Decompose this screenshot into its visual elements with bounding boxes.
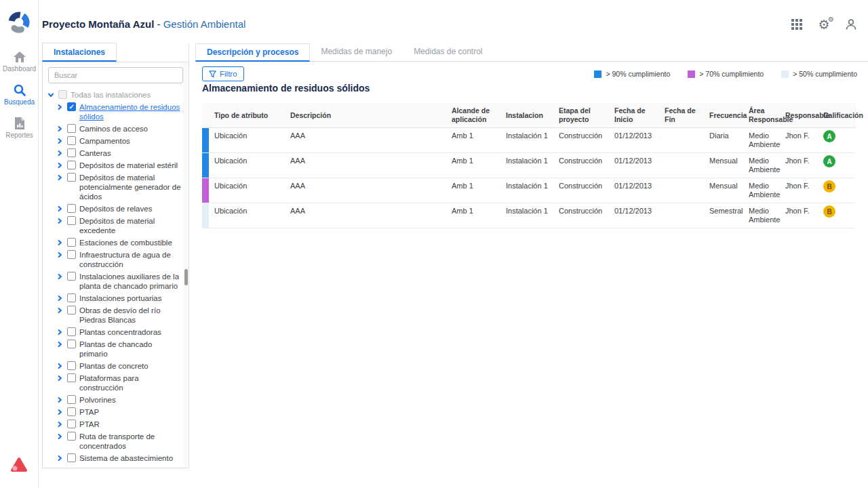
tree-item[interactable]: Depósitos de relaves bbox=[56, 203, 186, 215]
chevron-right-icon[interactable] bbox=[56, 148, 64, 158]
chevron-right-icon[interactable] bbox=[56, 420, 64, 429]
tree-item-label[interactable]: Instalaciones auxiliares de la planta de… bbox=[79, 272, 186, 291]
tree-item[interactable]: Depósitos de material estéril bbox=[56, 159, 186, 171]
chevron-right-icon[interactable] bbox=[56, 432, 64, 441]
tree-item[interactable]: Depósitos de material excedente bbox=[56, 215, 186, 237]
tree-item[interactable]: Plantas de concreto bbox=[56, 360, 186, 372]
tree-item-label[interactable]: Plantas concentradoras bbox=[79, 327, 165, 337]
tree-item-label[interactable]: Depósitos de relaves bbox=[79, 204, 156, 214]
checkbox[interactable] bbox=[67, 373, 76, 382]
tree-item[interactable]: Campamentos bbox=[56, 135, 186, 147]
chevron-right-icon[interactable] bbox=[56, 238, 64, 247]
chevron-right-icon[interactable] bbox=[56, 453, 64, 463]
tree-item-label[interactable]: PTAP bbox=[79, 407, 103, 417]
tree-item[interactable]: PTAR bbox=[56, 418, 186, 430]
tree-item-label[interactable]: Plantas de concreto bbox=[79, 361, 153, 371]
chevron-right-icon[interactable] bbox=[56, 136, 64, 146]
tree-item-label[interactable]: Polvorines bbox=[79, 395, 120, 405]
chevron-down-icon[interactable] bbox=[47, 90, 55, 100]
checkbox[interactable] bbox=[67, 306, 76, 314]
chevron-right-icon[interactable] bbox=[56, 373, 64, 383]
tree-item[interactable]: Almacenamiento de residuos sólidos bbox=[56, 101, 186, 123]
checkbox[interactable] bbox=[67, 327, 76, 336]
tree-item-label[interactable]: Caminos de acceso bbox=[79, 124, 152, 134]
checkbox[interactable] bbox=[67, 293, 76, 302]
checkbox[interactable] bbox=[67, 102, 76, 111]
tree-item-label[interactable]: Sistema de abastecimiento de agua bbox=[79, 453, 186, 464]
chevron-right-icon[interactable] bbox=[56, 250, 64, 260]
tree-item[interactable]: Canteras bbox=[56, 147, 186, 159]
tree-root[interactable]: Todas las instalaciones bbox=[47, 89, 186, 101]
chevron-right-icon[interactable] bbox=[56, 204, 64, 214]
tree-item-label[interactable]: Infraestructura de agua de construcción bbox=[79, 250, 186, 269]
tree-item-label[interactable]: Depósitos de material estéril bbox=[79, 161, 182, 170]
apps-grid-icon[interactable] bbox=[789, 17, 804, 32]
tree-item-label[interactable]: Estaciones de combustible bbox=[79, 238, 176, 247]
panel-scrollbar[interactable] bbox=[183, 62, 189, 468]
user-icon[interactable] bbox=[844, 17, 859, 32]
settings-gear-icon[interactable]: ⚙⚙ bbox=[816, 17, 831, 32]
tree-item-label[interactable]: Depósitos de material potencialmente gen… bbox=[79, 173, 186, 201]
chevron-right-icon[interactable] bbox=[56, 102, 64, 112]
checkbox[interactable] bbox=[67, 361, 76, 370]
chevron-right-icon[interactable] bbox=[56, 395, 64, 405]
checkbox[interactable] bbox=[67, 161, 76, 169]
tree-item-label[interactable]: Obras de desvío del río Piedras Blancas bbox=[79, 306, 186, 325]
table-row[interactable]: Ubicación AAA Amb 1 Instalación 1 Constr… bbox=[202, 128, 856, 153]
chevron-right-icon[interactable] bbox=[56, 161, 64, 170]
tree-item[interactable]: Infraestructura de agua de construcción bbox=[56, 249, 186, 270]
chevron-right-icon[interactable] bbox=[56, 361, 64, 371]
chevron-right-icon[interactable] bbox=[56, 327, 64, 337]
tree-item[interactable]: Caminos de acceso bbox=[56, 123, 186, 135]
tree-item[interactable]: Depósitos de material potencialmente gen… bbox=[56, 171, 186, 203]
chevron-right-icon[interactable] bbox=[56, 340, 64, 349]
tree-item-label[interactable]: Campamentos bbox=[79, 136, 134, 146]
tree-item[interactable]: Obras de desvío del río Piedras Blancas bbox=[56, 304, 186, 326]
checkbox[interactable] bbox=[67, 136, 76, 145]
checkbox[interactable] bbox=[67, 340, 76, 348]
rail-item-reportes[interactable]: Reportes bbox=[0, 117, 39, 139]
table-row[interactable]: Ubicación AAA Amb 1 Instalación 1 Constr… bbox=[202, 203, 856, 228]
tree-item-label[interactable]: Depósitos de material excedente bbox=[79, 216, 186, 235]
filter-button[interactable]: Filtro bbox=[202, 66, 244, 81]
tree-item[interactable]: Plantas concentradoras bbox=[56, 326, 186, 338]
chevron-right-icon[interactable] bbox=[56, 216, 64, 226]
tree-item[interactable]: Plantas de chancado primario bbox=[56, 338, 186, 360]
checkbox[interactable] bbox=[67, 250, 76, 259]
tree-item-label[interactable]: Plantas de chancado primario bbox=[79, 340, 186, 359]
table-row[interactable]: Ubicación AAA Amb 1 Instalación 1 Constr… bbox=[202, 153, 856, 178]
rail-item-busqueda[interactable]: Busqueda bbox=[0, 83, 39, 106]
tree-item[interactable]: Polvorines bbox=[56, 394, 186, 406]
checkbox[interactable] bbox=[67, 204, 76, 213]
chevron-right-icon[interactable] bbox=[56, 272, 64, 281]
checkbox[interactable] bbox=[67, 432, 76, 441]
tab-instalaciones[interactable]: Instalaciones bbox=[42, 43, 117, 62]
checkbox[interactable] bbox=[67, 238, 76, 247]
tree-item-label[interactable]: PTAR bbox=[79, 420, 104, 429]
checkbox[interactable] bbox=[67, 407, 76, 416]
chevron-right-icon[interactable] bbox=[56, 407, 64, 417]
checkbox[interactable] bbox=[58, 90, 67, 99]
tree-item-label[interactable]: Instalaciones portuarias bbox=[79, 293, 165, 303]
chevron-right-icon[interactable] bbox=[56, 306, 64, 315]
checkbox[interactable] bbox=[67, 124, 76, 133]
tree-item[interactable]: Sistema de abastecimiento de agua bbox=[56, 452, 186, 464]
tree-item-label[interactable]: Almacenamiento de residuos sólidos bbox=[79, 102, 186, 121]
tree-item[interactable]: Estaciones de combustible bbox=[56, 237, 186, 249]
chevron-right-icon[interactable] bbox=[56, 124, 64, 134]
main-tab[interactable]: Descripción y procesos bbox=[195, 43, 310, 62]
checkbox[interactable] bbox=[67, 453, 76, 462]
table-row[interactable]: Ubicación AAA Amb 1 Instalación 1 Constr… bbox=[202, 178, 856, 203]
tree-item[interactable]: Plataformas para construcción bbox=[56, 372, 186, 394]
tree-item-label[interactable]: Canteras bbox=[79, 148, 115, 158]
search-input[interactable] bbox=[48, 67, 183, 83]
tree-item-label[interactable]: Ruta de transporte de concentrados bbox=[79, 432, 186, 451]
rail-item-dashboard[interactable]: Dashboard bbox=[0, 50, 39, 73]
checkbox[interactable] bbox=[67, 395, 76, 404]
checkbox[interactable] bbox=[67, 173, 76, 182]
chevron-right-icon[interactable] bbox=[56, 173, 64, 182]
main-tab[interactable]: Medidas de control bbox=[403, 43, 493, 62]
tree-item[interactable]: PTAP bbox=[56, 406, 186, 418]
tree-item-label[interactable]: Plataformas para construcción bbox=[79, 373, 186, 392]
checkbox[interactable] bbox=[67, 216, 76, 225]
